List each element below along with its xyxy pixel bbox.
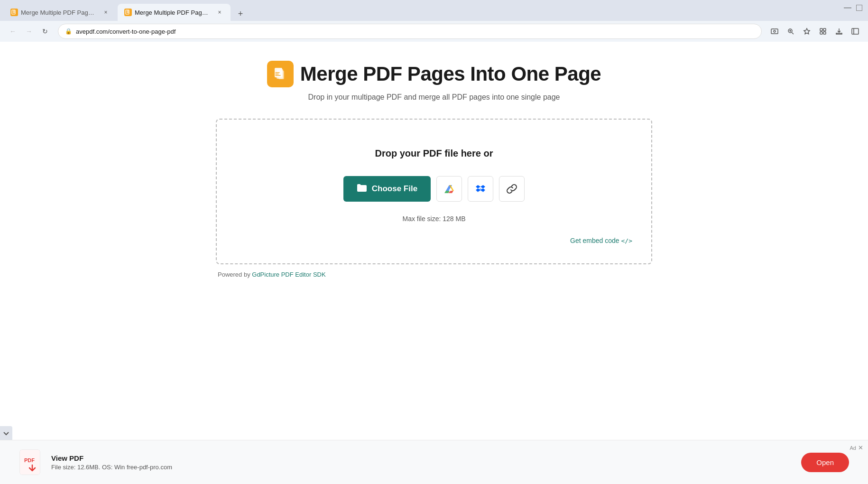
folder-icon <box>357 184 367 195</box>
svg-rect-1 <box>13 10 15 13</box>
choose-file-button[interactable]: Choose File <box>343 176 431 202</box>
favorites-button[interactable] <box>800 24 814 38</box>
zoom-button[interactable] <box>784 24 798 38</box>
gdpicture-label: GdPicture PDF Editor SDK <box>252 271 325 278</box>
browser-tabs: — Merge Multiple PDF Pages Int... × Merg… <box>0 4 868 21</box>
google-drive-button[interactable] <box>436 176 462 202</box>
get-embed-code: Get embed code </> <box>236 237 632 244</box>
refresh-button[interactable]: ↻ <box>38 24 52 38</box>
embed-code-icon: </> <box>621 237 632 244</box>
svg-rect-13 <box>820 32 822 34</box>
new-tab-button[interactable]: + <box>233 7 248 21</box>
svg-text:PDF: PDF <box>24 457 35 463</box>
tab-active[interactable]: Merge Multiple PDF Pages Int... × <box>118 4 231 21</box>
drop-zone-wrapper: Drop your PDF file here or Choose File <box>216 119 652 280</box>
svg-rect-11 <box>820 28 822 31</box>
svg-marker-10 <box>804 28 810 34</box>
page-subtitle: Drop in your multipage PDF and merge all… <box>9 93 859 102</box>
back-button[interactable]: ← <box>6 24 20 38</box>
get-embed-link[interactable]: Get embed code </> <box>570 237 632 244</box>
get-embed-label: Get embed code <box>570 237 619 244</box>
choose-file-label: Choose File <box>372 184 417 194</box>
svg-rect-12 <box>823 28 826 31</box>
svg-rect-3 <box>127 10 129 13</box>
download-button[interactable] <box>832 24 846 38</box>
forward-button[interactable]: → <box>22 24 36 38</box>
powered-by-text: Powered by <box>218 271 250 278</box>
svg-rect-14 <box>823 32 826 34</box>
ad-info: View PDF File size: 12.6MB. OS: Win free… <box>51 454 792 471</box>
ad-close-icon[interactable]: ✕ <box>858 444 863 451</box>
svg-rect-15 <box>852 28 859 34</box>
dropbox-button[interactable] <box>468 176 493 202</box>
drop-zone-text: Drop your PDF file here or <box>236 148 632 159</box>
sidebar-button[interactable] <box>848 24 862 38</box>
tab-label-active: Merge Multiple PDF Pages Int... <box>135 9 211 16</box>
url-button[interactable] <box>499 176 525 202</box>
ad-open-button[interactable]: Open <box>801 453 849 472</box>
ad-title: View PDF <box>51 454 792 462</box>
tab-favicon-active <box>124 9 132 16</box>
window-minimize[interactable]: — <box>844 4 851 11</box>
nav-icons-right <box>767 24 862 38</box>
powered-by: Powered by GdPicture PDF Editor SDK <box>216 271 652 280</box>
tab-favicon-inactive <box>10 9 18 16</box>
screen-capture-button[interactable] <box>767 24 782 38</box>
upload-buttons: Choose File <box>236 176 632 202</box>
page-title: Merge PDF Pages Into One Page <box>300 63 601 85</box>
pdf-ad-logo: PDF <box>19 449 42 475</box>
ad-subtitle: File size: 12.6MB. OS: Win free-pdf-pro.… <box>51 464 792 471</box>
tab-close-inactive[interactable]: × <box>102 8 110 17</box>
svg-rect-4 <box>771 29 778 34</box>
tab-close-active[interactable]: × <box>215 8 224 17</box>
page-header-inner: Merge PDF Pages Into One Page <box>9 61 859 87</box>
app-logo <box>267 61 294 87</box>
browser-chrome: — Merge Multiple PDF Pages Int... × Merg… <box>0 0 868 42</box>
drop-zone[interactable]: Drop your PDF file here or Choose File <box>216 119 652 264</box>
address-bar-lock-icon: 🔒 <box>65 28 72 35</box>
tab-inactive[interactable]: Merge Multiple PDF Pages Int... × <box>4 4 117 21</box>
svg-rect-19 <box>278 71 284 79</box>
window-maximize[interactable] <box>856 5 862 11</box>
max-file-size: Max file size: 128 MB <box>236 215 632 223</box>
tab-label-inactive: Merge Multiple PDF Pages Int... <box>21 9 97 16</box>
address-text: avepdf.com/convert-to-one-page-pdf <box>76 28 755 35</box>
svg-point-5 <box>774 30 776 32</box>
extensions-button[interactable] <box>816 24 830 38</box>
address-bar[interactable]: 🔒 avepdf.com/convert-to-one-page-pdf <box>58 24 762 39</box>
svg-line-7 <box>792 33 794 35</box>
ad-banner: Ad ✕ PDF View PDF File size: 12.6MB. OS:… <box>0 440 868 484</box>
page-header: Merge PDF Pages Into One Page Drop in yo… <box>9 61 859 102</box>
page-content: Merge PDF Pages Into One Page Drop in yo… <box>0 42 868 484</box>
scroll-down-indicator[interactable] <box>0 426 12 441</box>
gdpicture-link[interactable]: GdPicture PDF Editor SDK <box>252 271 325 278</box>
ad-label: Ad <box>850 445 856 451</box>
ad-close-area[interactable]: Ad ✕ <box>850 444 863 451</box>
browser-nav: ← → ↻ 🔒 avepdf.com/convert-to-one-page-p… <box>0 21 868 42</box>
